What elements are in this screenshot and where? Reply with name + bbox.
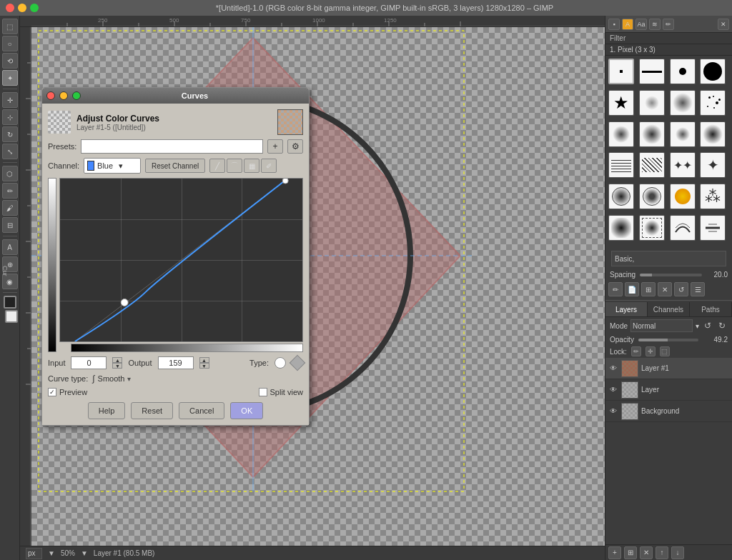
brush-item-spray2[interactable] bbox=[639, 121, 665, 147]
brush-item-texture1[interactable] bbox=[608, 152, 634, 178]
right-toolbar-btn4[interactable]: ≋ bbox=[649, 19, 661, 30]
right-toolbar-close[interactable]: ✕ bbox=[718, 19, 729, 30]
tool-paint-bucket[interactable]: ⬡ bbox=[2, 166, 18, 181]
curve-smooth-btn[interactable]: ⌒ bbox=[227, 159, 242, 173]
brush-item-spray3[interactable] bbox=[670, 121, 696, 147]
curves-minimize[interactable] bbox=[59, 91, 68, 100]
layer-move-up-btn[interactable]: ↑ bbox=[656, 546, 668, 559]
layer-undo-btn[interactable]: ↺ bbox=[702, 320, 713, 331]
tool-eraser[interactable]: ⊟ bbox=[2, 217, 18, 233]
brush-item-dark3[interactable] bbox=[670, 215, 696, 241]
brush-item-circle-sm[interactable] bbox=[670, 59, 696, 84]
brush-item-circle-lg[interactable] bbox=[700, 59, 726, 84]
lock-position-btn[interactable]: ✛ bbox=[646, 346, 656, 356]
layer-item-1[interactable]: 👁 Layer #1 bbox=[605, 358, 732, 379]
opacity-slider[interactable] bbox=[638, 339, 698, 341]
split-view-label[interactable]: Split view bbox=[259, 388, 303, 396]
preview-checkbox-label[interactable]: Preview bbox=[48, 388, 87, 396]
brush-item-star[interactable]: ★ bbox=[608, 90, 634, 116]
right-toolbar-btn5[interactable]: ✏ bbox=[663, 19, 674, 30]
brush-item-dark2[interactable] bbox=[639, 215, 665, 241]
panel-action-copy[interactable]: ⊞ bbox=[641, 282, 656, 296]
input-spin-up[interactable]: ▲ bbox=[112, 357, 122, 363]
window-controls[interactable] bbox=[6, 4, 39, 12]
split-view-checkbox[interactable] bbox=[259, 388, 267, 396]
brush-item-splatter[interactable]: ⁂ bbox=[700, 184, 726, 209]
tool-paintbrush[interactable]: 🖌 bbox=[2, 200, 18, 216]
unit-select[interactable]: px mm in bbox=[26, 548, 42, 559]
panel-action-edit[interactable]: ✏ bbox=[608, 282, 623, 296]
panel-action-refresh[interactable]: ↺ bbox=[674, 282, 688, 296]
output-spinner[interactable]: ▲ ▼ bbox=[199, 357, 209, 369]
close-button[interactable] bbox=[6, 4, 14, 12]
tool-foreground-color[interactable] bbox=[4, 296, 16, 309]
tab-paths[interactable]: Paths bbox=[690, 302, 732, 316]
curves-close[interactable] bbox=[46, 91, 55, 100]
minimize-button[interactable] bbox=[18, 4, 26, 12]
input-spinner[interactable]: ▲ ▼ bbox=[112, 357, 122, 369]
tool-text[interactable]: A bbox=[2, 239, 18, 255]
canvas-area[interactable]: 250 500 750 1000 1250 bbox=[20, 16, 605, 560]
tab-channels[interactable]: Channels bbox=[648, 302, 690, 316]
output-value[interactable] bbox=[158, 356, 194, 369]
brush-item-round1[interactable] bbox=[608, 184, 634, 209]
zoom-dropdown[interactable]: ▼ bbox=[81, 549, 88, 557]
tool-move[interactable]: ✛ bbox=[2, 92, 18, 108]
lock-pixels-btn[interactable]: ✏ bbox=[631, 346, 641, 356]
tool-crop[interactable]: ⊹ bbox=[2, 109, 18, 125]
lock-alpha-btn[interactable]: ⬚ bbox=[660, 346, 670, 356]
tool-rectangle[interactable]: ⬚ bbox=[2, 19, 18, 34]
tool-scale[interactable]: ⤡ bbox=[2, 144, 18, 159]
tab-layers[interactable]: Layers bbox=[605, 302, 648, 316]
layer-redo-btn[interactable]: ↻ bbox=[716, 320, 728, 331]
brush-item-dark4[interactable] bbox=[700, 215, 726, 241]
brush-item-round2[interactable] bbox=[639, 184, 665, 209]
right-toolbar-btn1[interactable]: ▪ bbox=[608, 19, 620, 30]
layer-bg-visibility[interactable]: 👁 bbox=[608, 406, 618, 416]
layer-delete-btn[interactable]: ✕ bbox=[640, 546, 653, 559]
curve-bar-btn[interactable]: ▦ bbox=[244, 159, 259, 173]
tool-fuzzy-select[interactable]: ✦ bbox=[2, 70, 18, 86]
ok-button[interactable]: OK bbox=[230, 402, 263, 419]
curve-canvas-wrapper[interactable] bbox=[59, 178, 303, 352]
curve-line-btn[interactable]: ╱ bbox=[209, 159, 225, 173]
panel-action-menu[interactable]: ☰ bbox=[691, 282, 705, 296]
curve-canvas[interactable] bbox=[59, 178, 303, 342]
maximize-button[interactable] bbox=[30, 4, 39, 12]
tool-background-color[interactable] bbox=[5, 310, 18, 323]
output-spin-up[interactable]: ▲ bbox=[199, 357, 209, 363]
preview-checkbox[interactable] bbox=[48, 388, 56, 396]
curve-pencil-btn[interactable]: ✐ bbox=[261, 159, 277, 173]
tool-lasso[interactable]: ⟲ bbox=[2, 53, 18, 69]
spacing-slider[interactable] bbox=[640, 274, 702, 276]
brush-item-texture2[interactable] bbox=[639, 152, 665, 178]
tool-pencil[interactable]: ✏ bbox=[2, 183, 18, 199]
brush-item-spray1[interactable] bbox=[608, 121, 634, 147]
brush-item-blur-md[interactable] bbox=[670, 90, 696, 116]
layer-1-visibility[interactable]: 👁 bbox=[608, 364, 618, 374]
layer-duplicate-btn[interactable]: ⊞ bbox=[624, 546, 637, 559]
reset-channel-btn[interactable]: Reset Channel bbox=[145, 159, 205, 173]
right-toolbar-btn3[interactable]: Aa bbox=[635, 19, 647, 30]
help-button[interactable]: Help bbox=[88, 402, 126, 419]
presets-select[interactable] bbox=[81, 139, 263, 154]
input-spin-down[interactable]: ▼ bbox=[112, 363, 122, 369]
layer-new-btn[interactable]: + bbox=[608, 546, 621, 559]
brush-item-yellow-dot[interactable] bbox=[670, 184, 696, 209]
type-diamond-button[interactable] bbox=[290, 355, 306, 371]
layer-2-visibility[interactable]: 👁 bbox=[608, 385, 618, 395]
layer-item-bg[interactable]: 👁 Background bbox=[605, 401, 732, 422]
mode-select[interactable]: Normal Multiply Screen bbox=[630, 319, 693, 332]
layer-item-2[interactable]: 👁 Layer bbox=[605, 379, 732, 401]
brush-category-select[interactable]: Basic, bbox=[611, 251, 726, 266]
brush-item-pixel[interactable] bbox=[608, 59, 634, 84]
curves-maximize[interactable] bbox=[72, 91, 81, 100]
presets-add-btn[interactable]: + bbox=[267, 139, 283, 154]
reset-button[interactable]: Reset bbox=[131, 402, 173, 419]
brush-item-spray4[interactable] bbox=[700, 121, 726, 147]
brush-item-cross[interactable]: ✦ bbox=[700, 152, 726, 178]
output-spin-down[interactable]: ▼ bbox=[199, 363, 209, 369]
right-toolbar-btn2[interactable]: A bbox=[622, 19, 633, 30]
panel-action-delete[interactable]: ✕ bbox=[658, 282, 672, 296]
panel-action-new[interactable]: 📄 bbox=[625, 282, 639, 296]
